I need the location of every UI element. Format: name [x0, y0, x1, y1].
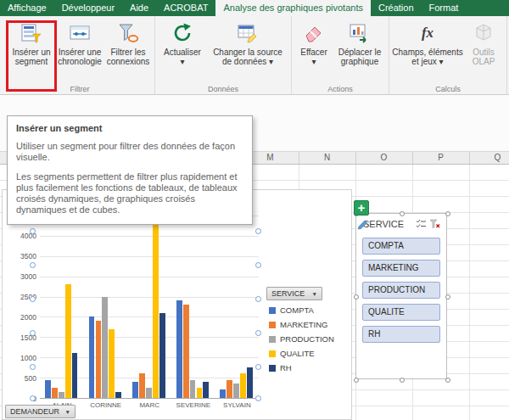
legend-entry-compta: COMPTA — [269, 305, 314, 315]
slicer-item-production[interactable]: PRODUCTION — [362, 282, 440, 299]
slicer-selection-handle[interactable] — [400, 211, 405, 216]
y-axis-label: 3000 — [4, 272, 36, 281]
selection-handle[interactable] — [255, 296, 261, 302]
ribbon-button-label: Filtrer lesconnexions — [107, 48, 150, 66]
bar-production-alain — [59, 392, 64, 398]
slicer-selection-handle[interactable] — [354, 378, 359, 383]
ribbon: Insérer unsegmentInsérer unechronologieF… — [0, 16, 509, 95]
bar-compta-marc — [132, 382, 138, 398]
legend-entry-qualite: QUALITE — [269, 349, 315, 358]
axis-field-label: DEMANDEUR — [10, 407, 59, 416]
selection-handle[interactable] — [30, 262, 36, 268]
selection-handle[interactable] — [30, 296, 36, 302]
ribbon-button-label: Changer la sourcede données ▾ — [213, 48, 282, 66]
slicer-item-marketing[interactable]: MARKETING — [362, 260, 440, 277]
plus-icon: + — [358, 200, 366, 215]
chart-gridline — [40, 337, 259, 338]
slicer-item-qualite[interactable]: QUALITE — [362, 304, 440, 321]
tab-acrobat[interactable]: ACROBAT — [156, 0, 215, 16]
legend-swatch — [269, 307, 276, 314]
legend-swatch — [269, 336, 276, 343]
x-axis-label-severine: SEVERINE — [171, 401, 215, 409]
olap-icon — [473, 21, 495, 45]
y-axis-label: 2000 — [4, 313, 36, 322]
legend-swatch — [269, 322, 276, 328]
selection-handle[interactable] — [30, 228, 36, 234]
bar-compta-sylvain — [220, 389, 226, 398]
ribbon-button-fields-items-sets[interactable]: fxChamps, élémentset jeux ▾ — [392, 18, 463, 66]
column-header-n[interactable]: N — [299, 153, 355, 162]
bar-qualite-sylvain — [240, 373, 246, 398]
column-header-q[interactable]: Q — [469, 153, 509, 162]
slicer-selection-handle[interactable] — [445, 211, 450, 216]
chevron-down-icon: ▼ — [312, 291, 317, 297]
timeline-icon — [69, 21, 91, 45]
ribbon-button-label: Champs, élémentset jeux ▾ — [392, 48, 462, 66]
tab-creation[interactable]: Création — [371, 0, 422, 16]
slicer-header: SERVICE — [356, 214, 446, 233]
ribbon-button-insert-timeline[interactable]: Insérer unechronologie — [55, 18, 104, 66]
slicer-title: SERVICE — [363, 219, 414, 229]
slicer-selection-handle[interactable] — [400, 378, 405, 383]
bar-marketing-severine — [183, 305, 189, 398]
selection-handle[interactable] — [30, 364, 36, 370]
selection-handle[interactable] — [255, 262, 261, 268]
column-header-o[interactable]: O — [355, 153, 412, 162]
ribbon-button-clear[interactable]: Effacer▾ — [294, 18, 333, 66]
bar-rh-corinne — [115, 392, 121, 398]
bar-qualite-severine — [197, 388, 203, 398]
selection-handle[interactable] — [30, 330, 36, 336]
tab-analyse-des-graphiques-pivotants[interactable]: Analyse des graphiques pivotants — [215, 0, 371, 16]
chart-styles-button[interactable] — [355, 220, 369, 233]
bar-marketing-alain — [52, 388, 58, 398]
bar-marketing-marc — [139, 373, 145, 398]
selection-handle[interactable] — [255, 395, 261, 401]
tab-aide[interactable]: Aide — [122, 0, 156, 16]
ribbon-button-olap-tools: OutilsOLAP — [463, 18, 504, 66]
move-chart-icon — [349, 21, 371, 45]
clear-icon — [303, 21, 325, 45]
slicer-selection-handle[interactable] — [354, 294, 359, 300]
ribbon-button-refresh[interactable]: Actualiser▾ — [158, 18, 207, 66]
ribbon-group-label: Données — [155, 85, 291, 93]
ribbon-button-label: OutilsOLAP — [473, 48, 495, 66]
selection-handle[interactable] — [255, 364, 261, 370]
y-axis-label: 3500 — [4, 252, 36, 260]
selection-handle[interactable] — [255, 228, 261, 234]
bar-production-sylvain — [233, 384, 239, 398]
slicer-selection-handle[interactable] — [445, 294, 450, 300]
slicer-clear-filter-button[interactable] — [428, 218, 441, 230]
bar-rh-sylvain — [247, 367, 253, 398]
ribbon-tab-bar: AffichageDéveloppeurAideACROBATAnalyse d… — [0, 0, 509, 16]
fx-icon: fx — [422, 21, 433, 45]
ribbon-group-label: Calculs — [389, 85, 506, 93]
selection-handle[interactable] — [30, 395, 36, 401]
tab-affichage[interactable]: Affichage — [0, 0, 54, 16]
ribbon-button-filter-connections[interactable]: Filtrer lesconnexions — [104, 18, 152, 66]
ribbon-group-donnees: Actualiser▾Changer la sourcede données ▾… — [155, 16, 292, 94]
tab-format[interactable]: Format — [422, 0, 467, 16]
slicer-service[interactable]: SERVICE COMPTAMARKETINGPRODUCTIONQUALITE… — [355, 213, 447, 379]
slicer-multiselect-button[interactable] — [414, 218, 428, 230]
bar-production-corinne — [102, 297, 108, 398]
slicer-item-compta[interactable]: COMPTA — [362, 238, 440, 255]
slicer-item-rh[interactable]: RH — [362, 326, 440, 343]
ribbon-button-change-data-source[interactable]: Changer la sourcede données ▾ — [207, 18, 288, 66]
bar-marketing-sylvain — [227, 380, 232, 399]
bar-compta-alain — [45, 380, 51, 399]
change-source-icon — [237, 21, 259, 45]
selection-handle[interactable] — [255, 330, 261, 336]
column-header-p[interactable]: P — [412, 153, 469, 162]
legend-field-button-service[interactable]: SERVICE ▼ — [266, 287, 322, 300]
axis-field-button-demandeur[interactable]: DEMANDEUR ▼ — [5, 405, 76, 418]
filter-connections-icon — [117, 21, 139, 45]
chart-elements-button[interactable]: + — [354, 200, 369, 216]
tab-developpeur[interactable]: Développeur — [54, 0, 122, 16]
worksheet[interactable]: MNOPQ SERVICE ▼ DEMANDEUR ▼ 050010001500… — [0, 95, 509, 420]
bar-rh-alain — [72, 353, 78, 398]
slicer-selection-handle[interactable] — [445, 378, 450, 383]
bar-qualite-corinne — [109, 329, 115, 398]
y-axis-label: 500 — [4, 374, 36, 383]
ribbon-button-move-chart[interactable]: Déplacer legraphique — [333, 18, 386, 66]
legend-entry-rh: RH — [269, 363, 292, 372]
